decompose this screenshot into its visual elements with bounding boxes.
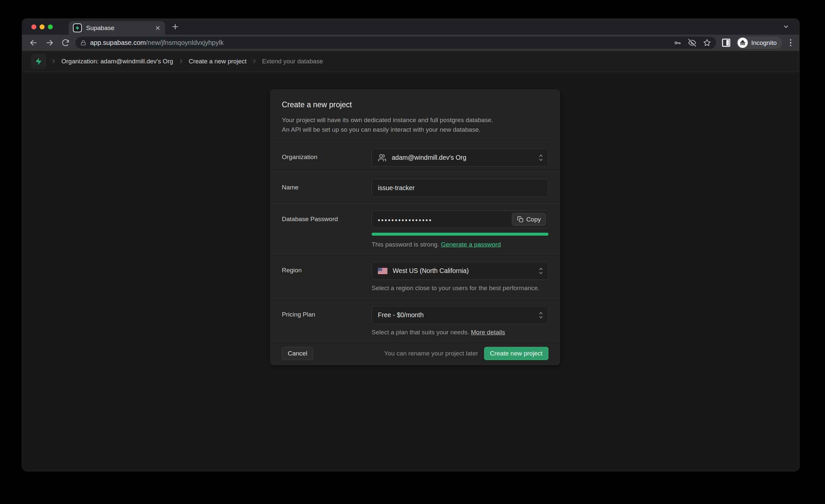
card-header: Create a new project Your project will h… [271, 90, 560, 142]
supabase-favicon-icon [73, 23, 82, 32]
url-path: /new/jfnsmqoynldvxjyhpylk [146, 39, 224, 46]
minimize-window-button[interactable] [40, 24, 45, 29]
region-value: West US (North California) [393, 267, 535, 275]
region-select[interactable]: West US (North California) [372, 262, 548, 280]
url-domain: app.supabase.com [90, 39, 146, 46]
password-masked-value: •••••••••••••••• [378, 215, 505, 224]
url-bar[interactable]: app.supabase.com/new/jfnsmqoynldvxjyhpyl… [75, 37, 716, 49]
password-label: Database Password [282, 211, 372, 249]
zoom-window-button[interactable] [48, 24, 53, 29]
description-line-1: Your project will have its own dedicated… [282, 115, 548, 125]
region-label: Region [282, 262, 372, 292]
pricing-helper-text: Select a plan that suits your needs. [372, 329, 471, 336]
chevron-right-icon [178, 58, 184, 64]
breadcrumb-extend-database: Extend your database [262, 58, 323, 65]
region-helper: Select a region close to your users for … [372, 284, 548, 292]
name-value: issue-tracker [378, 184, 543, 192]
url-text: app.supabase.com/new/jfnsmqoynldvxjyhpyl… [90, 39, 670, 47]
pricing-helper: Select a plan that suits your needs. Mor… [372, 328, 548, 337]
pricing-label: Pricing Plan [282, 306, 372, 337]
card-footer: Cancel You can rename your project later… [271, 342, 560, 365]
page-title: Create a new project [282, 100, 548, 109]
breadcrumb-organization[interactable]: Organization: adam@windmill.dev's Org [61, 58, 173, 65]
organization-select[interactable]: adam@windmill.dev's Org [372, 149, 548, 167]
select-chevrons-icon [538, 153, 543, 163]
region-row: Region West US (North California) Select… [271, 255, 560, 298]
name-input[interactable]: issue-tracker [372, 179, 548, 197]
close-window-button[interactable] [31, 24, 36, 29]
app-header: Organization: adam@windmill.dev's Org Cr… [22, 51, 799, 72]
incognito-label: Incognito [751, 39, 776, 47]
create-new-project-button[interactable]: Create new project [484, 347, 548, 360]
create-project-card: Create a new project Your project will h… [270, 89, 560, 365]
rename-note: You can rename your project later [384, 350, 478, 357]
select-chevrons-icon [538, 266, 543, 276]
copy-icon [517, 216, 523, 222]
browser-menu-icon[interactable] [789, 38, 793, 48]
pricing-row: Pricing Plan Free - $0/month Select a pl… [271, 299, 560, 341]
password-key-icon[interactable] [674, 39, 681, 47]
reload-icon[interactable] [62, 39, 69, 47]
name-row: Name issue-tracker [271, 172, 560, 203]
password-helper: This password is strong. Generate a pass… [372, 240, 548, 249]
copy-button[interactable]: Copy [512, 213, 546, 226]
pricing-value: Free - $0/month [378, 311, 535, 319]
browser-toolbar: app.supabase.com/new/jfnsmqoynldvxjyhpyl… [22, 34, 799, 51]
select-chevrons-icon [538, 310, 543, 320]
name-label: Name [282, 179, 372, 197]
tab-strip: Supabase [22, 19, 799, 34]
supabase-logo-icon[interactable] [31, 54, 46, 69]
chevron-right-icon [51, 58, 57, 64]
tab-close-icon[interactable] [155, 25, 160, 31]
us-flag-icon [378, 268, 387, 274]
lock-icon [80, 40, 86, 46]
bookmark-star-icon[interactable] [703, 39, 711, 47]
pricing-select[interactable]: Free - $0/month [372, 306, 548, 324]
chevron-right-icon [251, 58, 257, 64]
password-row: Database Password •••••••••••••••• Copy [271, 203, 560, 254]
new-tab-button[interactable] [172, 23, 179, 30]
generate-password-link[interactable]: Generate a password [441, 241, 501, 248]
browser-window: Supabase a [22, 18, 800, 471]
password-strength-bar [372, 233, 548, 236]
cancel-button[interactable]: Cancel [282, 347, 313, 360]
password-strength-text: This password is strong. [372, 241, 441, 248]
organization-value: adam@windmill.dev's Org [392, 154, 535, 161]
more-details-link[interactable]: More details [471, 329, 505, 336]
browser-tab[interactable]: Supabase [69, 21, 165, 34]
incognito-badge: Incognito [736, 37, 782, 49]
users-icon [378, 153, 386, 162]
page-content: Create a new project Your project will h… [22, 72, 799, 471]
back-icon[interactable] [29, 39, 38, 47]
tab-title: Supabase [86, 24, 155, 32]
description-line-2: An API will be set up so you can easily … [282, 125, 548, 134]
eye-off-icon[interactable] [688, 39, 696, 47]
forward-icon[interactable] [46, 39, 54, 47]
organization-label: Organization [282, 149, 372, 167]
side-panel-icon[interactable] [722, 39, 730, 47]
copy-label: Copy [526, 216, 541, 223]
window-controls [22, 24, 53, 29]
incognito-icon [738, 38, 748, 48]
breadcrumb-create-project[interactable]: Create a new project [189, 58, 246, 65]
organization-row: Organization adam@windmill.dev's Org [271, 142, 560, 171]
tab-search-chevron-icon[interactable] [783, 23, 790, 30]
